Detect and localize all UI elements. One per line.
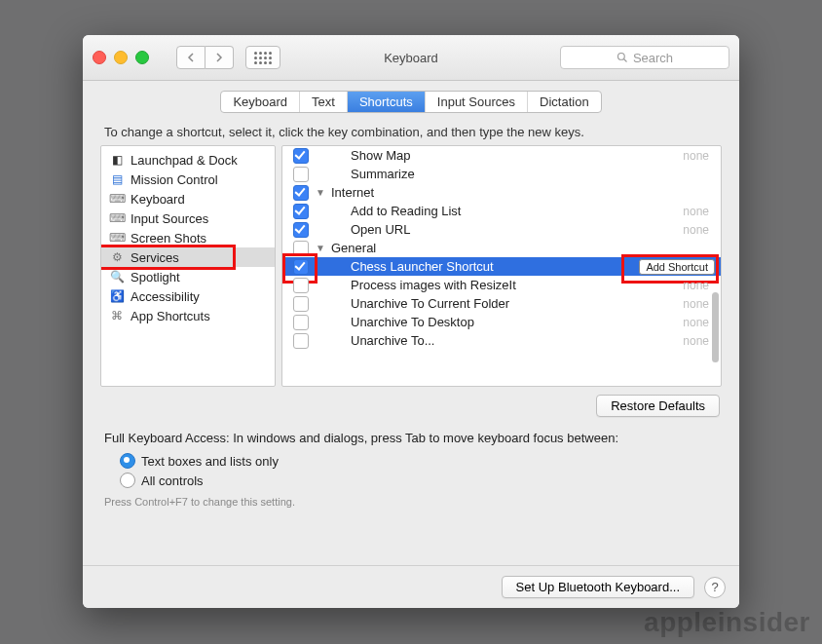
shortcut-value: none [683, 149, 719, 163]
shortcut-value: none [683, 205, 719, 218]
sidebar-item-launchpad-dock[interactable]: ◧Launchpad & Dock [101, 150, 275, 170]
close-icon[interactable] [93, 51, 106, 64]
back-button[interactable] [176, 46, 206, 69]
service-label: Unarchive To... [329, 333, 683, 348]
tab-keyboard[interactable]: Keyboard [221, 92, 300, 112]
restore-defaults-button[interactable]: Restore Defaults [596, 395, 720, 417]
checkbox[interactable] [293, 148, 309, 164]
radio-option[interactable]: Text boxes and lists only [120, 451, 722, 471]
service-item[interactable]: Open URLnone [282, 220, 721, 239]
service-item[interactable]: Process images with ResizeItnone [282, 276, 721, 294]
service-label: Open URL [329, 222, 683, 237]
sidebar-item-accessibility[interactable]: ♿Accessibility [101, 286, 275, 306]
bluetooth-setup-button[interactable]: Set Up Bluetooth Keyboard... [502, 576, 694, 598]
search-icon [616, 52, 628, 63]
sidebar-item-label: Launchpad & Dock [131, 153, 238, 168]
search-input[interactable]: Search [560, 46, 729, 69]
checkbox[interactable] [293, 241, 309, 256]
sidebar-item-input-sources[interactable]: ⌨Input Sources [101, 208, 275, 228]
service-label: Unarchive To Current Folder [329, 296, 683, 311]
radio-option[interactable]: All controls [120, 471, 722, 490]
tab-shortcuts[interactable]: Shortcuts [348, 92, 426, 112]
add-shortcut-button[interactable]: Add Shortcut [639, 259, 715, 275]
service-label: Internet [329, 185, 719, 200]
checkbox[interactable] [293, 296, 309, 312]
service-label: Unarchive To Desktop [329, 315, 683, 329]
nav-buttons [176, 46, 234, 69]
disclosure-triangle-icon[interactable]: ▼ [312, 243, 329, 253]
radio-button[interactable] [120, 473, 135, 488]
tabs-row: KeyboardTextShortcutsInput SourcesDictat… [83, 81, 739, 121]
sidebar-item-label: Accessibility [131, 289, 200, 304]
fka-label: Full Keyboard Access: In windows and dia… [100, 425, 722, 445]
service-item[interactable]: Unarchive To Desktopnone [282, 313, 721, 331]
titlebar: Keyboard Search [83, 35, 739, 81]
watermark-text: appleinsider [644, 607, 810, 638]
sidebar-item-mission-control[interactable]: ▤Mission Control [101, 170, 275, 189]
service-label: General [329, 241, 719, 255]
zoom-icon[interactable] [135, 51, 149, 64]
keyboard-prefs-window: Keyboard Search KeyboardTextShortcutsInp… [83, 35, 739, 608]
service-item[interactable]: Show Mapnone [282, 146, 721, 165]
sidebar-item-label: Mission Control [131, 172, 218, 187]
segmented-control: KeyboardTextShortcutsInput SourcesDictat… [220, 91, 601, 113]
service-label: Add to Reading List [329, 204, 683, 218]
checkbox[interactable] [293, 204, 309, 219]
sidebar-item-label: Services [131, 250, 179, 265]
service-item[interactable]: Unarchive To...none [282, 331, 721, 350]
sidebar-item-app-shortcuts[interactable]: ⌘App Shortcuts [101, 306, 275, 325]
services-panel: Show MapnoneSummarize▼InternetAdd to Rea… [281, 145, 722, 387]
service-label: Summarize [329, 167, 719, 181]
search-placeholder: Search [633, 51, 673, 65]
checkbox[interactable] [293, 222, 309, 238]
tab-dictation[interactable]: Dictation [528, 92, 601, 112]
footer: Set Up Bluetooth Keyboard... ? [83, 565, 739, 608]
service-label: Show Map [329, 148, 683, 163]
sidebar-item-label: App Shortcuts [131, 309, 210, 323]
checkbox[interactable] [293, 315, 309, 330]
service-item[interactable]: Summarize [282, 165, 721, 183]
show-all-button[interactable] [245, 46, 280, 69]
service-label: Process images with ResizeIt [329, 278, 683, 292]
sidebar-item-label: Input Sources [131, 211, 208, 226]
forward-button[interactable] [206, 46, 234, 69]
tab-input-sources[interactable]: Input Sources [426, 92, 528, 112]
radio-button[interactable] [120, 453, 135, 469]
checkbox[interactable] [293, 333, 309, 349]
checkbox[interactable] [293, 167, 309, 182]
sidebar-item-keyboard[interactable]: ⌨Keyboard [101, 189, 275, 208]
service-item[interactable]: Add to Reading Listnone [282, 202, 721, 220]
category-panel: ◧Launchpad & Dock▤Mission Control⌨Keyboa… [100, 145, 276, 387]
content-area: To change a shortcut, select it, click t… [83, 121, 739, 565]
instruction-text: To change a shortcut, select it, click t… [100, 121, 722, 145]
shortcut-value: none [683, 223, 719, 237]
help-button[interactable]: ? [704, 577, 726, 598]
svg-line-1 [623, 59, 626, 62]
checkbox[interactable] [293, 185, 309, 201]
sidebar-item-screen-shots[interactable]: ⌨Screen Shots [101, 228, 275, 247]
sidebar-item-spotlight[interactable]: 🔍Spotlight [101, 267, 275, 286]
sidebar-item-label: Keyboard [131, 192, 185, 207]
service-item[interactable]: Chess Launcher ShortcutAdd Shortcut [282, 257, 721, 276]
service-item[interactable]: Unarchive To Current Foldernone [282, 294, 721, 313]
scrollbar-thumb[interactable] [712, 292, 719, 362]
group-internet[interactable]: ▼Internet [282, 183, 721, 202]
panels: ◧Launchpad & Dock▤Mission Control⌨Keyboa… [100, 145, 722, 387]
radio-label: Text boxes and lists only [141, 454, 279, 469]
sidebar-item-label: Spotlight [131, 270, 180, 284]
checkbox[interactable] [293, 278, 309, 293]
minimize-icon[interactable] [114, 51, 128, 64]
checkbox[interactable] [293, 259, 309, 275]
fka-hint: Press Control+F7 to change this setting. [100, 490, 722, 508]
shortcut-value: none [683, 279, 719, 292]
sidebar-item-services[interactable]: ⚙Services [101, 247, 275, 267]
radio-label: All controls [141, 474, 204, 488]
svg-point-0 [617, 54, 624, 60]
window-controls [93, 51, 149, 64]
group-general[interactable]: ▼General [282, 239, 721, 257]
disclosure-triangle-icon[interactable]: ▼ [312, 187, 329, 198]
tab-text[interactable]: Text [300, 92, 348, 112]
sidebar-item-label: Screen Shots [131, 231, 206, 246]
